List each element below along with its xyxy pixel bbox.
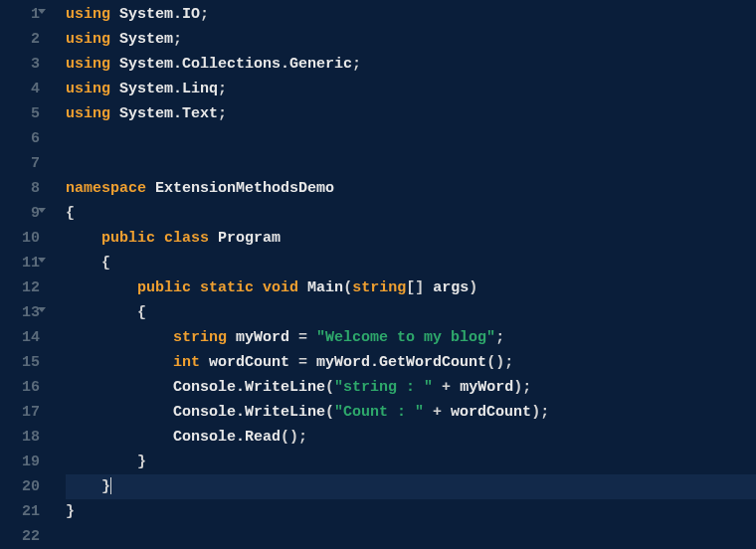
token-punc: [] [406, 279, 433, 296]
line-number: 18 [0, 425, 40, 450]
token-ns: myWord [236, 329, 289, 346]
token-ns: myWord [460, 379, 513, 396]
line-number: 5 [0, 101, 40, 126]
code-editor[interactable]: 12345678910111213141516171819202122 usin… [0, 0, 756, 549]
line-number: 17 [0, 400, 40, 425]
token-punc: ; [352, 56, 361, 73]
code-line[interactable]: Console.WriteLine("Count : " + wordCount… [66, 400, 756, 425]
token-type: int [173, 354, 200, 371]
code-line[interactable]: using System.IO; [66, 2, 756, 27]
token-punc: ( [343, 279, 352, 296]
line-number: 16 [0, 375, 40, 400]
line-number: 14 [0, 325, 40, 350]
token-kw: public [137, 279, 191, 296]
token-punc: = [289, 329, 316, 346]
line-number: 11 [0, 251, 40, 275]
fold-icon[interactable] [38, 208, 46, 213]
token-punc [146, 180, 155, 197]
token-punc: ) [469, 279, 477, 296]
token-punc: + [424, 404, 451, 421]
line-number: 2 [0, 27, 40, 52]
token-punc [200, 354, 209, 371]
token-punc [298, 279, 307, 296]
token-punc: ; [218, 81, 227, 97]
line-number: 10 [0, 226, 40, 251]
code-line[interactable]: using System.Text; [66, 101, 756, 126]
line-number: 22 [0, 524, 40, 549]
fold-icon[interactable] [38, 9, 46, 14]
token-ns: System.Text [119, 105, 218, 122]
code-line[interactable]: Console.WriteLine("string : " + myWord); [66, 375, 756, 400]
token-punc [191, 279, 200, 296]
token-ns: System.IO [119, 6, 200, 23]
code-line[interactable]: { [66, 300, 756, 325]
token-punc: { [66, 205, 75, 222]
token-kw: namespace [66, 180, 146, 197]
token-str: "Welcome to my blog" [316, 329, 495, 346]
token-ns: ExtensionMethodsDemo [155, 180, 334, 197]
token-ns: myWord.GetWordCount [316, 354, 486, 371]
code-line[interactable]: Console.Read(); [66, 425, 756, 450]
token-kw: class [164, 230, 209, 247]
code-line[interactable]: int wordCount = myWord.GetWordCount(); [66, 350, 756, 375]
line-number: 8 [0, 176, 40, 201]
code-line[interactable] [66, 126, 756, 151]
token-kw: static [200, 279, 254, 296]
line-number: 15 [0, 350, 40, 375]
token-ns: args [433, 279, 469, 296]
code-area[interactable]: using System.IO;using System;using Syste… [48, 0, 756, 549]
code-line[interactable]: public class Program [66, 226, 756, 251]
token-type: string [173, 329, 227, 346]
token-punc [110, 56, 119, 73]
code-line[interactable]: { [66, 251, 756, 275]
token-punc: } [66, 503, 75, 520]
token-punc [155, 230, 164, 247]
token-kw: using [66, 56, 110, 73]
token-punc [254, 279, 263, 296]
token-mth: Main [307, 279, 343, 296]
token-punc: } [137, 454, 146, 470]
token-punc: { [101, 255, 110, 272]
line-number: 6 [0, 126, 40, 151]
code-line[interactable]: { [66, 201, 756, 226]
token-punc [110, 31, 119, 48]
token-punc: = [289, 354, 316, 371]
code-line[interactable]: using System.Linq; [66, 77, 756, 101]
token-str: "Count : " [334, 404, 424, 421]
token-ns: Console.Read [173, 429, 281, 446]
text-cursor [110, 477, 111, 494]
line-number: 12 [0, 275, 40, 300]
token-punc [110, 81, 119, 97]
token-kw: public [101, 230, 155, 247]
token-type: string [352, 279, 406, 296]
code-line[interactable]: string myWord = "Welcome to my blog"; [66, 325, 756, 350]
token-ns: System.Linq [119, 81, 218, 97]
code-line[interactable]: using System; [66, 27, 756, 52]
code-line[interactable] [66, 524, 756, 549]
code-line[interactable]: public static void Main(string[] args) [66, 275, 756, 300]
code-line[interactable]: namespace ExtensionMethodsDemo [66, 176, 756, 201]
token-ns: System [119, 31, 173, 48]
line-number: 19 [0, 450, 40, 474]
code-line[interactable] [66, 151, 756, 176]
code-line[interactable]: using System.Collections.Generic; [66, 52, 756, 77]
token-punc: (); [281, 429, 307, 446]
token-punc: ; [200, 6, 209, 23]
code-line[interactable]: } [66, 450, 756, 474]
token-kw: void [263, 279, 298, 296]
line-number: 4 [0, 77, 40, 101]
code-line[interactable]: } [66, 499, 756, 524]
token-punc: + [433, 379, 460, 396]
fold-icon[interactable] [38, 307, 46, 312]
token-punc: ); [513, 379, 531, 396]
token-ns: wordCount [209, 354, 289, 371]
token-punc [110, 105, 119, 122]
token-ns: System.Collections.Generic [119, 56, 352, 73]
fold-icon[interactable] [38, 258, 46, 263]
token-ns: wordCount [451, 404, 531, 421]
code-line[interactable]: } [66, 474, 756, 499]
token-punc: { [137, 304, 146, 321]
token-cls: Program [218, 230, 281, 247]
token-ns: Console.WriteLine [173, 404, 325, 421]
token-kw: using [66, 105, 110, 122]
